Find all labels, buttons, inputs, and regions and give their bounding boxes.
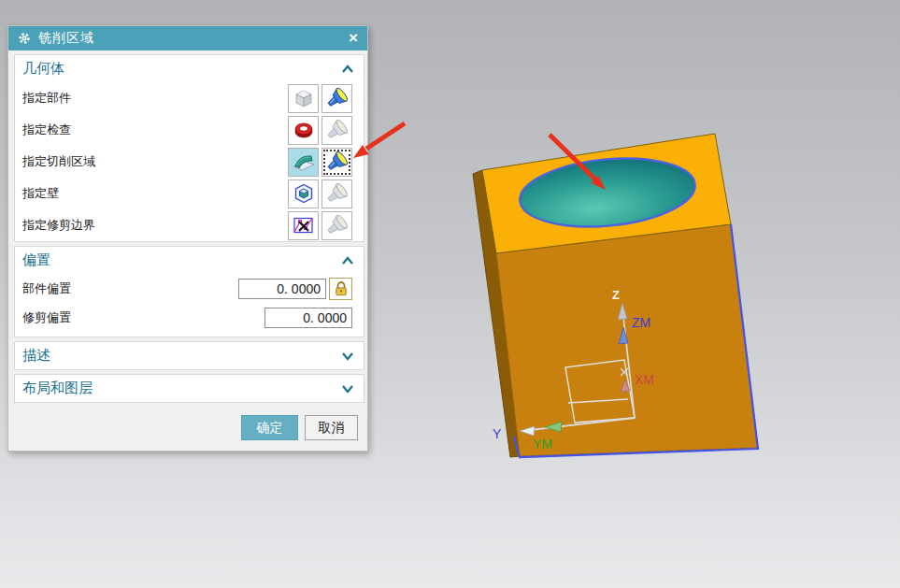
- row-label: 指定部件: [22, 90, 71, 107]
- flashlight-disabled-icon: [325, 214, 350, 237]
- row-specify-check: 指定检查: [15, 114, 364, 146]
- row-part-offset: 部件偏置: [15, 274, 364, 303]
- row-trim-offset: 修剪偏置: [15, 303, 364, 332]
- flashlight-disabled-icon: [325, 182, 350, 205]
- section-title: 布局和图层: [22, 380, 93, 397]
- row-label: 指定修剪边界: [22, 217, 95, 234]
- flashlight-icon: [325, 151, 350, 173]
- milling-area-dialog: 铣削区域 × 几何体 指定部件: [7, 25, 368, 452]
- row-specify-wall: 指定壁: [15, 178, 364, 209]
- trim-boundary-icon: [292, 214, 316, 237]
- dialog-titlebar[interactable]: 铣削区域 ×: [8, 26, 367, 50]
- cut-area-icon: [292, 151, 316, 173]
- axis-label-ym: YM: [533, 437, 552, 452]
- section-title: 描述: [22, 347, 50, 365]
- section-header-description[interactable]: 描述: [15, 342, 364, 369]
- gear-icon: [18, 32, 31, 45]
- cancel-button[interactable]: 取消: [305, 415, 358, 440]
- cut-area-select-flashlight-button[interactable]: [321, 148, 352, 177]
- section-offset: 偏置 部件偏置 修剪偏置: [14, 246, 364, 337]
- section-title: 偏置: [22, 251, 50, 269]
- axis-label-zm: ZM: [632, 315, 650, 330]
- section-header-geometry[interactable]: 几何体: [15, 55, 364, 82]
- wall-select-flashlight-button[interactable]: [321, 179, 352, 208]
- axis-label-xm: XM: [635, 372, 654, 387]
- part-offset-input[interactable]: [238, 279, 326, 299]
- specify-wall-button[interactable]: [288, 179, 319, 208]
- lock-button[interactable]: [329, 278, 352, 300]
- flashlight-disabled-icon: [325, 119, 350, 141]
- section-header-offset[interactable]: 偏置: [15, 247, 364, 274]
- chevron-down-icon[interactable]: [341, 351, 354, 361]
- chevron-up-icon[interactable]: [341, 256, 354, 265]
- section-description: 描述: [14, 341, 364, 370]
- lock-icon: [334, 280, 349, 296]
- section-title: 几何体: [22, 60, 64, 78]
- dialog-title: 铣削区域: [38, 30, 94, 47]
- flashlight-icon: [325, 87, 350, 109]
- row-label: 指定检查: [22, 122, 71, 138]
- row-label: 部件偏置: [22, 280, 71, 297]
- check-geometry-icon: [292, 119, 316, 141]
- row-label: 指定切削区域: [22, 153, 95, 170]
- axis-label-y: Y: [493, 426, 502, 441]
- part-geometry-icon: [292, 87, 316, 109]
- axis-label-z: Z: [612, 288, 620, 302]
- part-select-flashlight-button[interactable]: [321, 84, 352, 113]
- row-label: 修剪偏置: [22, 309, 71, 326]
- specify-cut-area-button[interactable]: [288, 148, 319, 177]
- trim-offset-input[interactable]: [264, 308, 352, 328]
- row-specify-trim-boundary: 指定修剪边界: [15, 209, 364, 241]
- row-specify-part: 指定部件: [15, 82, 364, 114]
- check-select-flashlight-button[interactable]: [321, 116, 352, 145]
- chevron-down-icon[interactable]: [341, 384, 354, 394]
- specify-part-button[interactable]: [288, 84, 319, 113]
- trim-boundary-select-flashlight-button[interactable]: [321, 211, 352, 240]
- row-label: 指定壁: [22, 185, 59, 202]
- row-specify-cut-area: 指定切削区域: [15, 146, 364, 178]
- section-geometry: 几何体 指定部件: [14, 54, 364, 242]
- specify-check-button[interactable]: [288, 116, 319, 145]
- close-icon[interactable]: ×: [339, 26, 367, 50]
- section-layout-layers: 布局和图层: [14, 374, 364, 403]
- chevron-up-icon[interactable]: [341, 65, 354, 74]
- dialog-footer: 确定 取消: [8, 403, 367, 451]
- wall-geometry-icon: [292, 182, 316, 205]
- section-header-layout-layers[interactable]: 布局和图层: [15, 375, 364, 402]
- specify-trim-boundary-button[interactable]: [288, 211, 319, 240]
- ok-button[interactable]: 确定: [241, 415, 298, 440]
